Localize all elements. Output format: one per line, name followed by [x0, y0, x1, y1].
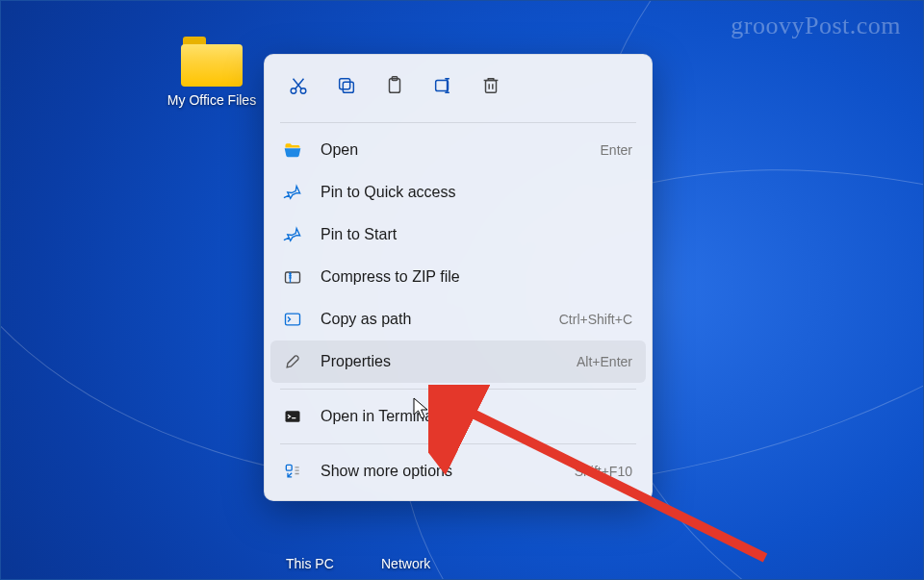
- svg-rect-9: [286, 314, 300, 325]
- menu-item-label: Copy as path: [321, 311, 542, 328]
- menu-item-shortcut: Enter: [601, 142, 632, 158]
- folder-icon: [181, 37, 243, 87]
- menu-item-label: Open: [321, 141, 583, 159]
- watermark-text: groovyPost.com: [731, 12, 901, 40]
- menu-item-shortcut: Alt+Enter: [577, 354, 632, 369]
- menu-item-terminal[interactable]: Open in Terminal: [270, 395, 646, 438]
- open-folder-icon: [282, 139, 303, 161]
- desktop-label-this-pc[interactable]: This PC: [286, 556, 334, 571]
- pin-icon: [282, 224, 303, 245]
- svg-rect-8: [286, 272, 300, 283]
- menu-item-label: Compress to ZIP file: [321, 268, 615, 286]
- delete-icon[interactable]: [471, 66, 511, 105]
- zip-icon: [282, 266, 303, 288]
- menu-item-zip[interactable]: Compress to ZIP file: [270, 256, 646, 298]
- svg-rect-11: [286, 465, 292, 470]
- menu-item-more-options[interactable]: Show more options Shift+F10: [270, 450, 646, 492]
- desktop-folder[interactable]: My Office Files: [164, 37, 260, 108]
- svg-rect-3: [340, 79, 350, 89]
- menu-item-properties[interactable]: Properties Alt+Enter: [270, 340, 646, 383]
- menu-item-shortcut: Ctrl+Shift+C: [559, 312, 632, 327]
- svg-rect-2: [343, 82, 353, 92]
- menu-item-label: Open in Terminal: [321, 408, 615, 425]
- svg-point-1: [300, 88, 306, 94]
- menu-item-label: Show more options: [321, 463, 557, 480]
- context-menu-action-row: [270, 63, 646, 116]
- context-menu-separator: [280, 122, 636, 123]
- rename-icon[interactable]: [423, 66, 463, 105]
- menu-item-pin-start[interactable]: Pin to Start: [270, 214, 646, 256]
- menu-item-label: Pin to Quick access: [321, 184, 615, 201]
- more-options-icon: [282, 461, 303, 482]
- desktop-label-network[interactable]: Network: [381, 556, 430, 571]
- menu-item-label: Properties: [321, 353, 559, 370]
- copy-icon[interactable]: [326, 66, 367, 105]
- menu-item-copy-path[interactable]: Copy as path Ctrl+Shift+C: [270, 298, 646, 340]
- properties-icon: [282, 351, 303, 372]
- paste-icon[interactable]: [374, 66, 415, 105]
- svg-rect-6: [436, 81, 449, 91]
- svg-point-0: [291, 88, 296, 94]
- desktop-folder-label: My Office Files: [164, 92, 260, 108]
- context-menu-separator: [280, 389, 636, 390]
- context-menu-separator: [280, 443, 636, 444]
- menu-item-label: Pin to Start: [321, 226, 615, 243]
- menu-item-pin-quick[interactable]: Pin to Quick access: [270, 171, 646, 214]
- copy-path-icon: [282, 309, 303, 330]
- menu-item-open[interactable]: Open Enter: [270, 129, 646, 171]
- svg-rect-7: [486, 81, 497, 93]
- context-menu: Open Enter Pin to Quick access Pin to St…: [264, 54, 653, 501]
- menu-item-shortcut: Shift+F10: [575, 464, 632, 479]
- cut-icon[interactable]: [278, 66, 319, 105]
- pin-icon: [282, 182, 303, 203]
- svg-rect-10: [286, 411, 300, 422]
- terminal-icon: [282, 406, 303, 427]
